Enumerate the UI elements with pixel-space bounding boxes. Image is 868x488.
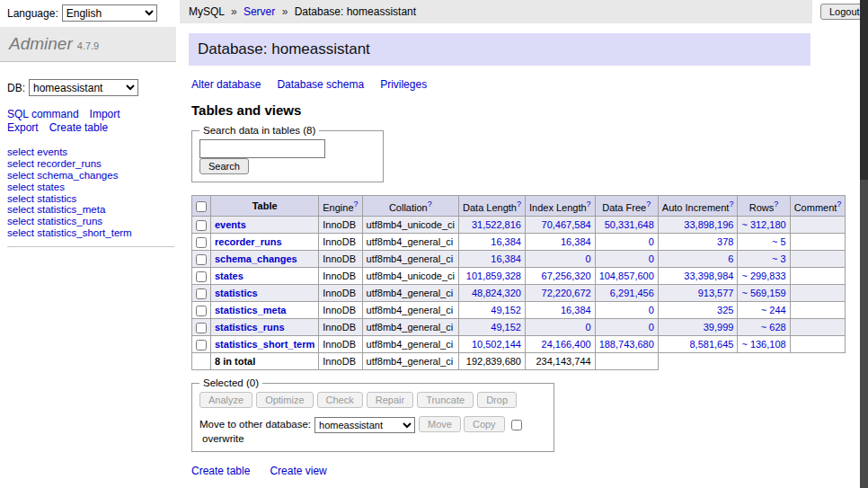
data_free-link[interactable]: 188,743,680 bbox=[599, 339, 654, 350]
help-link[interactable]: ? bbox=[837, 200, 841, 209]
table-name-link[interactable]: statistics_short_term bbox=[215, 339, 314, 350]
truncate-button[interactable]: Truncate bbox=[417, 392, 474, 408]
repair-button[interactable]: Repair bbox=[367, 392, 413, 408]
sidebar-table-link[interactable]: select schema_changes bbox=[7, 170, 174, 182]
index_length-link[interactable]: 16,384 bbox=[561, 305, 591, 315]
copy-button[interactable]: Copy bbox=[464, 416, 505, 432]
rows-link[interactable]: ~ 312,180 bbox=[741, 219, 785, 230]
search-button[interactable]: Search bbox=[199, 158, 249, 174]
breadcrumb-system[interactable]: MySQL bbox=[189, 5, 225, 18]
table-name-link[interactable]: statistics_runs bbox=[215, 322, 285, 333]
data_free-link[interactable]: 0 bbox=[649, 253, 654, 264]
rows-link[interactable]: ~ 3 bbox=[772, 253, 786, 264]
index_length-link[interactable]: 24,166,400 bbox=[542, 339, 591, 350]
auto_increment-link[interactable]: 325 bbox=[717, 305, 733, 315]
row-checkbox[interactable] bbox=[196, 340, 207, 350]
auto_increment-link[interactable]: 33,398,984 bbox=[684, 271, 733, 281]
row-checkbox[interactable] bbox=[196, 237, 207, 248]
sidebar-nav-link[interactable]: Import bbox=[90, 108, 120, 120]
analyze-button[interactable]: Analyze bbox=[199, 392, 252, 408]
sidebar-table-link[interactable]: select statistics bbox=[7, 193, 174, 205]
rows-link[interactable]: ~ 244 bbox=[761, 305, 786, 315]
table-name-link[interactable]: states bbox=[215, 271, 244, 281]
sidebar-table-link[interactable]: select recorder_runs bbox=[7, 158, 174, 170]
data_length-link[interactable]: 49,152 bbox=[491, 322, 521, 333]
rows-link[interactable]: ~ 299,833 bbox=[741, 271, 785, 281]
data_length-link[interactable]: 10,502,144 bbox=[472, 339, 521, 350]
index_length-link[interactable]: 0 bbox=[586, 253, 591, 264]
data_length-link[interactable]: 49,152 bbox=[491, 305, 521, 315]
auto_increment-link[interactable]: 378 bbox=[717, 236, 733, 247]
vertical-scrollbar[interactable] bbox=[860, 0, 868, 488]
move-button[interactable]: Move bbox=[419, 416, 461, 432]
row-checkbox[interactable] bbox=[196, 271, 207, 282]
row-checkbox[interactable] bbox=[196, 254, 207, 265]
index_length-link[interactable]: 0 bbox=[586, 322, 591, 333]
sidebar-table-link[interactable]: select statistics_meta bbox=[7, 204, 174, 216]
rows-link[interactable]: ~ 628 bbox=[761, 322, 786, 333]
index_length-link[interactable]: 70,467,584 bbox=[542, 219, 591, 230]
table-name-link[interactable]: statistics bbox=[215, 288, 258, 298]
data_length-link[interactable]: 16,384 bbox=[491, 253, 521, 264]
optimize-button[interactable]: Optimize bbox=[256, 392, 313, 408]
sidebar-nav-link[interactable]: Export bbox=[7, 121, 39, 134]
row-checkbox[interactable] bbox=[196, 323, 207, 333]
sidebar-table-link[interactable]: select states bbox=[7, 182, 174, 193]
table-name-link[interactable]: statistics_meta bbox=[215, 305, 287, 315]
help-link[interactable]: ? bbox=[428, 200, 432, 209]
select-all-checkbox[interactable] bbox=[196, 201, 207, 212]
row-checkbox[interactable] bbox=[196, 288, 207, 299]
help-link[interactable]: ? bbox=[646, 200, 651, 209]
help-link[interactable]: ? bbox=[517, 200, 521, 209]
auto_increment-link[interactable]: 39,999 bbox=[704, 322, 734, 333]
rows-link[interactable]: ~ 569,159 bbox=[741, 288, 785, 298]
db-action-link[interactable]: Database schema bbox=[277, 78, 364, 91]
drop-button[interactable]: Drop bbox=[477, 392, 517, 408]
help-link[interactable]: ? bbox=[587, 200, 591, 209]
overwrite-checkbox[interactable] bbox=[511, 420, 522, 430]
row-checkbox[interactable] bbox=[196, 306, 207, 316]
sidebar-nav-link[interactable]: SQL command bbox=[7, 108, 79, 120]
rows-link[interactable]: ~ 136,108 bbox=[741, 339, 785, 350]
move-database-select[interactable]: homeassistant bbox=[314, 417, 415, 433]
help-link[interactable]: ? bbox=[729, 200, 733, 209]
data_length-link[interactable]: 101,859,328 bbox=[466, 271, 521, 281]
create-link[interactable]: Create table bbox=[191, 465, 250, 477]
index_length-link[interactable]: 67,256,320 bbox=[542, 271, 591, 281]
auto_increment-link[interactable]: 6 bbox=[728, 253, 733, 264]
auto_increment-link[interactable]: 913,577 bbox=[698, 288, 734, 298]
rows-link[interactable]: ~ 5 bbox=[772, 236, 786, 247]
data_free-link[interactable]: 104,857,600 bbox=[599, 271, 654, 281]
language-select[interactable]: English bbox=[62, 4, 157, 22]
check-button[interactable]: Check bbox=[317, 392, 363, 408]
db-action-link[interactable]: Privileges bbox=[380, 78, 427, 91]
data_free-link[interactable]: 50,331,648 bbox=[605, 219, 654, 230]
help-link[interactable]: ? bbox=[354, 200, 359, 209]
data_free-link[interactable]: 0 bbox=[649, 322, 654, 333]
breadcrumb-server-link[interactable]: Server bbox=[244, 5, 275, 18]
db-action-link[interactable]: Alter database bbox=[191, 78, 261, 91]
data_free-link[interactable]: 0 bbox=[649, 236, 654, 247]
db-select[interactable]: homeassistant bbox=[29, 79, 138, 96]
table-name-link[interactable]: events bbox=[215, 219, 246, 230]
table-name-link[interactable]: schema_changes bbox=[215, 253, 297, 264]
sidebar-nav-link[interactable]: Create table bbox=[49, 121, 108, 134]
data_length-link[interactable]: 31,522,816 bbox=[472, 219, 521, 230]
sidebar-table-link[interactable]: select statistics_short_term bbox=[7, 227, 174, 239]
index_length-link[interactable]: 72,220,672 bbox=[542, 288, 591, 298]
row-checkbox[interactable] bbox=[196, 220, 207, 231]
data_free-link[interactable]: 0 bbox=[649, 305, 654, 315]
sidebar-table-link[interactable]: select statistics_runs bbox=[7, 216, 174, 227]
scrollbar-thumb[interactable] bbox=[860, 0, 868, 180]
auto_increment-link[interactable]: 8,581,645 bbox=[689, 339, 733, 350]
data_length-link[interactable]: 48,824,320 bbox=[472, 288, 521, 298]
auto_increment-link[interactable]: 33,898,196 bbox=[684, 219, 733, 230]
table-name-link[interactable]: recorder_runs bbox=[215, 236, 282, 247]
app-name[interactable]: Adminer bbox=[9, 34, 73, 53]
data_length-link[interactable]: 16,384 bbox=[491, 236, 521, 247]
data_free-link[interactable]: 6,291,456 bbox=[610, 288, 654, 298]
sidebar-table-link[interactable]: select events bbox=[7, 146, 174, 158]
search-input[interactable] bbox=[199, 139, 325, 158]
help-link[interactable]: ? bbox=[774, 200, 778, 209]
create-link[interactable]: Create view bbox=[270, 465, 326, 477]
